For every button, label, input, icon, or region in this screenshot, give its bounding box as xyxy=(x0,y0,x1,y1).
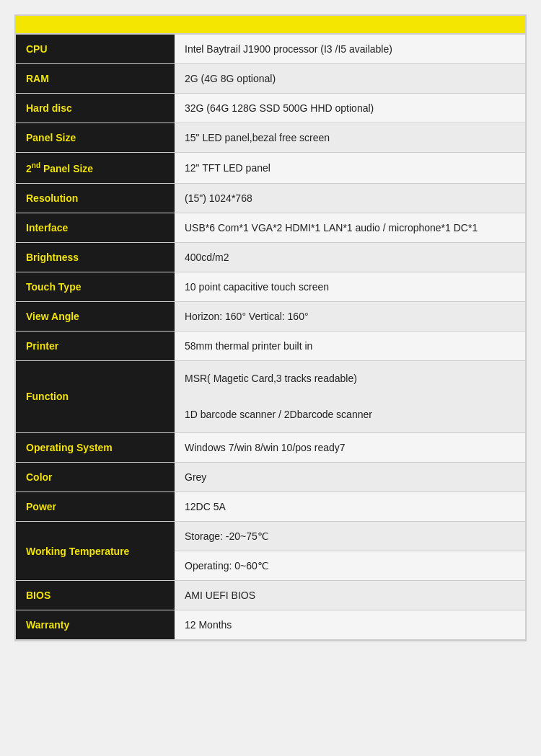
table-row: Touch Type 10 point capacitive touch scr… xyxy=(16,272,525,301)
brightness-value: 400cd/m2 xyxy=(175,242,525,272)
table-row: Working Temperature Storage: -20~75℃ xyxy=(16,522,525,551)
touch-type-label: Touch Type xyxy=(16,272,175,301)
color-value: Grey xyxy=(175,463,525,492)
working-temp-label: Working Temperature xyxy=(16,522,175,581)
ram-label: RAM xyxy=(16,64,175,94)
table-row: Panel Size 15" LED panel,bezal free scre… xyxy=(16,123,525,153)
view-angle-value: Horizon: 160° Vertical: 160° xyxy=(175,301,525,331)
resolution-value: (15") 1024*768 xyxy=(175,183,525,213)
table-row: Power 12DC 5A xyxy=(16,492,525,522)
table-row: Hard disc 32G (64G 128G SSD 500G HHD opt… xyxy=(16,94,525,123)
power-label: Power xyxy=(16,492,175,522)
panel-size-2nd-value: 12" TFT LED panel xyxy=(175,153,525,184)
hard-disc-value: 32G (64G 128G SSD 500G HHD optional) xyxy=(175,94,525,123)
bios-label: BIOS xyxy=(16,581,175,610)
warranty-label: Warranty xyxy=(16,610,175,640)
panel-size-2nd-label: 2nd Panel Size xyxy=(16,153,175,184)
table-row: Function MSR( Magetic Card,3 tracks read… xyxy=(16,360,525,433)
title-row xyxy=(16,16,525,35)
table-row: Resolution (15") 1024*768 xyxy=(16,183,525,213)
table-row: CPU Intel Baytrail J1900 processor (I3 /… xyxy=(16,35,525,64)
table-row: Interface USB*6 Com*1 VGA*2 HDMI*1 LAN*1… xyxy=(16,213,525,242)
table-row: BIOS AMI UEFI BIOS xyxy=(16,581,525,610)
touch-type-value: 10 point capacitive touch screen xyxy=(175,272,525,301)
table-row: Warranty 12 Months xyxy=(16,610,525,640)
hard-disc-label: Hard disc xyxy=(16,94,175,123)
table-row: Printer 58mm thermal printer built in xyxy=(16,331,525,360)
panel-size-label: Panel Size xyxy=(16,123,175,153)
function-value: MSR( Magetic Card,3 tracks readable)1D b… xyxy=(175,360,525,433)
working-temp-operating-value: Operating: 0~60℃ xyxy=(175,551,525,581)
color-label: Color xyxy=(16,463,175,492)
os-label: Operating System xyxy=(16,433,175,463)
brightness-label: Brightness xyxy=(16,242,175,272)
panel-size-value: 15" LED panel,bezal free screen xyxy=(175,123,525,153)
ram-value: 2G (4G 8G optional) xyxy=(175,64,525,94)
printer-label: Printer xyxy=(16,331,175,360)
interface-label: Interface xyxy=(16,213,175,242)
cpu-label: CPU xyxy=(16,35,175,64)
function-label: Function xyxy=(16,360,175,433)
resolution-label: Resolution xyxy=(16,183,175,213)
printer-value: 58mm thermal printer built in xyxy=(175,331,525,360)
interface-value: USB*6 Com*1 VGA*2 HDMI*1 LAN*1 audio / m… xyxy=(175,213,525,242)
parameter-table: CPU Intel Baytrail J1900 processor (I3 /… xyxy=(16,35,525,640)
table-row: View Angle Horizon: 160° Vertical: 160° xyxy=(16,301,525,331)
working-temp-storage-value: Storage: -20~75℃ xyxy=(175,522,525,551)
table-row: Operating System Windows 7/win 8/win 10/… xyxy=(16,433,525,463)
os-value: Windows 7/win 8/win 10/pos ready7 xyxy=(175,433,525,463)
parameter-table-container: CPU Intel Baytrail J1900 processor (I3 /… xyxy=(14,14,527,641)
table-row: 2nd Panel Size 12" TFT LED panel xyxy=(16,153,525,184)
table-row: Color Grey xyxy=(16,463,525,492)
table-row: RAM 2G (4G 8G optional) xyxy=(16,64,525,94)
view-angle-label: View Angle xyxy=(16,301,175,331)
cpu-value: Intel Baytrail J1900 processor (I3 /I5 a… xyxy=(175,35,525,64)
warranty-value: 12 Months xyxy=(175,610,525,640)
power-value: 12DC 5A xyxy=(175,492,525,522)
table-row: Brightness 400cd/m2 xyxy=(16,242,525,272)
bios-value: AMI UEFI BIOS xyxy=(175,581,525,610)
